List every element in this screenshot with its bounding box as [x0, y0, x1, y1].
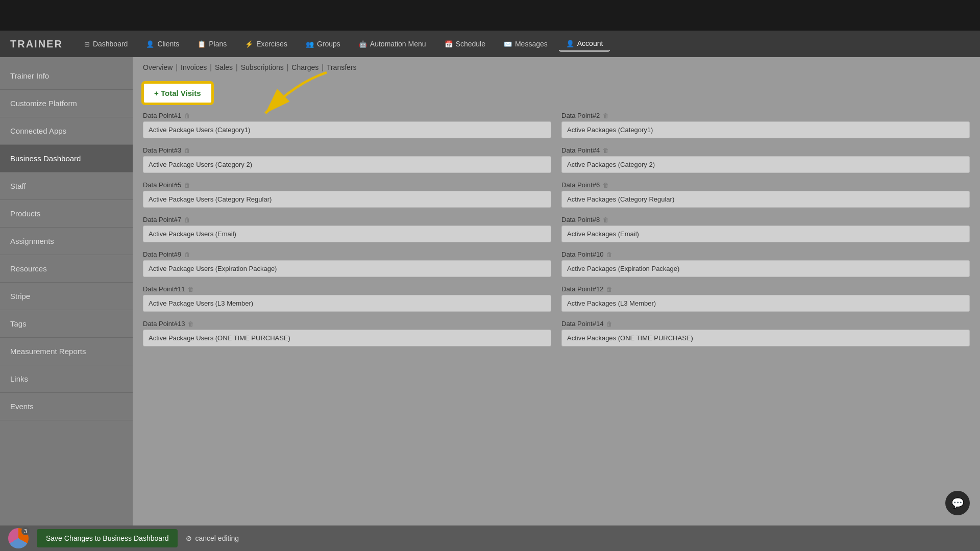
groups-icon: 👥 [306, 40, 314, 48]
trash-icon[interactable]: 🗑 [184, 112, 190, 119]
trash-icon[interactable]: 🗑 [184, 147, 190, 154]
nav-item-groups[interactable]: 👥 Groups [299, 37, 348, 51]
data-point-input[interactable]: Active Packages (Expiration Package) [561, 260, 970, 277]
total-visits-button[interactable]: + Total Visits [143, 83, 212, 104]
nav-item-exercises[interactable]: ⚡ Exercises [238, 37, 295, 51]
data-point-input[interactable]: Active Packages (Category 2) [561, 156, 970, 173]
data-point-label: Data Point#4 🗑 [561, 146, 970, 154]
data-point-row-3: Data Point#5 🗑Active Package Users (Cate… [143, 181, 970, 208]
sidebar-item-customize-platform[interactable]: Customize Platform [0, 90, 133, 117]
sidebar-item-products[interactable]: Products [0, 200, 133, 228]
nav-item-schedule[interactable]: 📅 Schedule [437, 37, 493, 51]
messages-icon: ✉️ [504, 40, 512, 48]
data-point-col: Data Point#7 🗑Active Package Users (Emai… [143, 216, 551, 242]
data-point-input[interactable]: Active Packages (Category1) [561, 121, 970, 138]
subnav-overview[interactable]: Overview [143, 63, 173, 71]
data-point-col: Data Point#2 🗑Active Packages (Category1… [561, 112, 970, 138]
data-point-col: Data Point#12 🗑Active Packages (L3 Membe… [561, 285, 970, 312]
subnav-transfers[interactable]: Transfers [327, 63, 357, 71]
chat-button[interactable]: 💬 [945, 491, 970, 515]
data-point-label: Data Point#5 🗑 [143, 181, 551, 189]
exercises-icon: ⚡ [245, 40, 253, 48]
nav-item-clients[interactable]: 👤 Clients [139, 37, 186, 51]
top-bar [0, 0, 980, 31]
data-point-input[interactable]: Active Packages (Email) [561, 226, 970, 242]
notification-badge[interactable]: 3 [8, 528, 29, 548]
trash-icon[interactable]: 🗑 [606, 286, 612, 293]
data-point-input[interactable]: Active Package Users (L3 Member) [143, 295, 551, 312]
data-point-input[interactable]: Active Packages (L3 Member) [561, 295, 970, 312]
bottom-bar: 3 Save Changes to Business Dashboard ⊘ c… [0, 525, 980, 551]
trash-icon[interactable]: 🗑 [184, 251, 190, 258]
data-point-input[interactable]: Active Package Users (Category 2) [143, 156, 551, 173]
data-point-col: Data Point#11 🗑Active Package Users (L3 … [143, 285, 551, 312]
data-point-input[interactable]: Active Package Users (Expiration Package… [143, 260, 551, 277]
data-point-input[interactable]: Active Package Users (Email) [143, 226, 551, 242]
nav-item-automation[interactable]: 🤖 Automation Menu [352, 37, 433, 51]
data-point-col: Data Point#4 🗑Active Packages (Category … [561, 146, 970, 173]
save-button[interactable]: Save Changes to Business Dashboard [37, 529, 178, 547]
data-point-label: Data Point#1 🗑 [143, 112, 551, 119]
data-point-row-4: Data Point#7 🗑Active Package Users (Emai… [143, 216, 970, 242]
sidebar-item-resources[interactable]: Resources [0, 255, 133, 283]
trash-icon[interactable]: 🗑 [606, 251, 612, 258]
data-point-label: Data Point#14 🗑 [561, 320, 970, 328]
nav-item-dashboard[interactable]: ⊞ Dashboard [77, 37, 135, 51]
trash-icon[interactable]: 🗑 [188, 286, 194, 293]
data-point-col: Data Point#13 🗑Active Package Users (ONE… [143, 320, 551, 346]
sidebar-item-staff[interactable]: Staff [0, 172, 133, 200]
subnav-subscriptions[interactable]: Subscriptions [241, 63, 284, 71]
schedule-icon: 📅 [445, 40, 453, 48]
data-points-container: Data Point#1 🗑Active Package Users (Cate… [133, 112, 980, 346]
sidebar-item-tags[interactable]: Tags [0, 310, 133, 338]
plans-icon: 📋 [198, 40, 206, 48]
data-point-col: Data Point#6 🗑Active Packages (Category … [561, 181, 970, 208]
sidebar-item-trainer-info[interactable]: Trainer Info [0, 62, 133, 90]
data-point-input[interactable]: Active Package Users (Category Regular) [143, 191, 551, 208]
data-point-label: Data Point#12 🗑 [561, 285, 970, 293]
sidebar-item-events[interactable]: Events [0, 393, 133, 420]
nav-item-plans[interactable]: 📋 Plans [190, 37, 234, 51]
data-point-row-6: Data Point#11 🗑Active Package Users (L3 … [143, 285, 970, 312]
sidebar-item-connected-apps[interactable]: Connected Apps [0, 117, 133, 145]
content-area: Overview | Invoices | Sales | Subscripti… [133, 57, 980, 525]
data-point-label: Data Point#3 🗑 [143, 146, 551, 154]
data-point-col: Data Point#1 🗑Active Package Users (Cate… [143, 112, 551, 138]
data-point-col: Data Point#9 🗑Active Package Users (Expi… [143, 251, 551, 277]
subnav-invoices[interactable]: Invoices [181, 63, 207, 71]
cancel-button[interactable]: ⊘ cancel editing [186, 534, 239, 542]
nav-item-messages[interactable]: ✉️ Messages [497, 37, 555, 51]
main-layout: Trainer Info Customize Platform Connecte… [0, 57, 980, 525]
subnav-sales[interactable]: Sales [215, 63, 233, 71]
sidebar-item-business-dashboard[interactable]: Business Dashboard [0, 145, 133, 172]
sidebar-item-stripe[interactable]: Stripe [0, 283, 133, 310]
data-point-input[interactable]: Active Packages (ONE TIME PURCHASE) [561, 330, 970, 346]
data-point-col: Data Point#3 🗑Active Package Users (Cate… [143, 146, 551, 173]
sidebar-item-measurement-reports[interactable]: Measurement Reports [0, 338, 133, 365]
sidebar-item-links[interactable]: Links [0, 365, 133, 393]
trash-icon[interactable]: 🗑 [603, 112, 609, 119]
data-point-row-1: Data Point#1 🗑Active Package Users (Cate… [143, 112, 970, 138]
notification-count: 3 [21, 527, 30, 535]
data-point-label: Data Point#8 🗑 [561, 216, 970, 223]
trash-icon[interactable]: 🗑 [188, 320, 194, 328]
trash-icon[interactable]: 🗑 [184, 216, 190, 223]
nav-item-account[interactable]: 👤 Account [559, 36, 610, 52]
trash-icon[interactable]: 🗑 [603, 216, 609, 223]
dashboard-icon: ⊞ [84, 40, 90, 48]
data-point-input[interactable]: Active Package Users (Category1) [143, 121, 551, 138]
trash-icon[interactable]: 🗑 [603, 147, 609, 154]
trash-icon[interactable]: 🗑 [603, 182, 609, 189]
trash-icon[interactable]: 🗑 [184, 182, 190, 189]
clients-icon: 👤 [146, 40, 154, 48]
data-point-col: Data Point#5 🗑Active Package Users (Cate… [143, 181, 551, 208]
data-point-input[interactable]: Active Package Users (ONE TIME PURCHASE) [143, 330, 551, 346]
sidebar-item-assignments[interactable]: Assignments [0, 228, 133, 255]
data-point-label: Data Point#10 🗑 [561, 251, 970, 258]
data-point-input[interactable]: Active Packages (Category Regular) [561, 191, 970, 208]
total-visits-area: + Total Visits [133, 78, 980, 112]
data-point-label: Data Point#11 🗑 [143, 285, 551, 293]
subnav-charges[interactable]: Charges [291, 63, 318, 71]
trash-icon[interactable]: 🗑 [606, 320, 612, 328]
data-point-label: Data Point#2 🗑 [561, 112, 970, 119]
